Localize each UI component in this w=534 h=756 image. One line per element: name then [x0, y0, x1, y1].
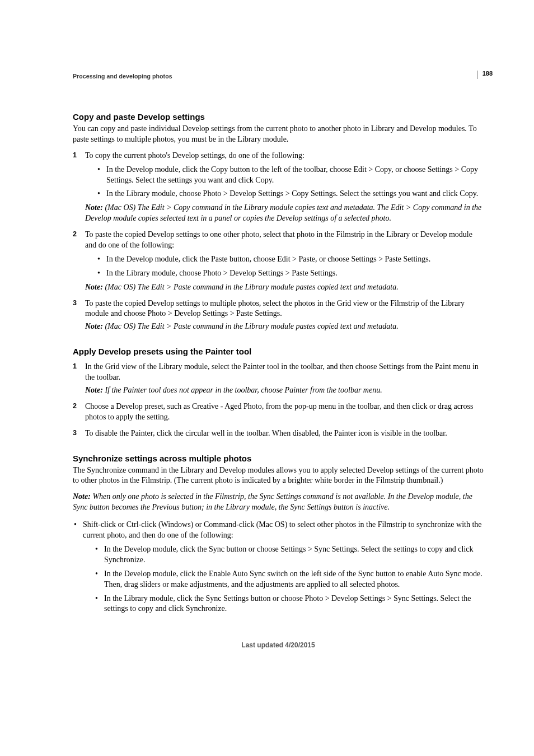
note-block: Note: When only one photo is selected in…	[73, 492, 484, 513]
step-text: To disable the Painter, click the circul…	[85, 429, 447, 437]
section-intro: The Synchronize command in the Library a…	[73, 465, 484, 487]
step-item: Choose a Develop preset, such as Creativ…	[73, 402, 484, 423]
section-heading-copy-paste: Copy and paste Develop settings	[73, 112, 484, 122]
note-label: Note:	[73, 492, 92, 501]
step-item: To paste the copied Develop settings to …	[73, 230, 484, 292]
note-text: (Mac OS) The Edit > Copy command in the …	[85, 203, 481, 222]
note-label: Note:	[85, 322, 105, 330]
section-heading-painter: Apply Develop presets using the Painter …	[73, 347, 484, 356]
bullet-item: In the Library module, choose Photo > De…	[97, 189, 484, 199]
note-block: Note: (Mac OS) The Edit > Copy command i…	[85, 203, 484, 224]
note-label: Note:	[85, 203, 105, 212]
step-text: To copy the current photo's Develop sett…	[85, 151, 305, 160]
step-item: To copy the current photo's Develop sett…	[73, 151, 484, 224]
bullet-item: In the Develop module, click the Sync bu…	[95, 544, 484, 566]
section-intro: You can copy and paste individual Develo…	[73, 124, 484, 145]
step-text: To paste the copied Develop settings to …	[85, 299, 465, 318]
step-text: To paste the copied Develop settings to …	[85, 230, 472, 249]
step-item: In the Grid view of the Library module, …	[73, 362, 484, 396]
footer-last-updated: Last updated 4/20/2015	[73, 641, 484, 649]
page-number: 188	[477, 71, 493, 79]
note-label: Note:	[85, 283, 105, 291]
bullet-item: In the Develop module, click the Copy bu…	[97, 165, 484, 186]
note-block: Note: (Mac OS) The Edit > Paste command …	[85, 282, 484, 293]
bullet-item: In the Library module, click the Sync Se…	[95, 594, 484, 615]
note-label: Note:	[85, 386, 105, 394]
step-text: Choose a Develop preset, such as Creativ…	[85, 402, 473, 421]
step-item: To paste the copied Develop settings to …	[73, 298, 484, 333]
bullet-item: In the Develop module, click the Enable …	[95, 569, 484, 590]
bullet-item: In the Develop module, click the Paste b…	[97, 254, 484, 265]
note-block: Note: (Mac OS) The Edit > Paste command …	[85, 321, 484, 332]
note-text: (Mac OS) The Edit > Paste command in the…	[105, 283, 398, 291]
bullet-text: Shift-click or Ctrl-click (Windows) or C…	[83, 520, 482, 539]
section-heading-synchronize: Synchronize settings across multiple pho…	[73, 454, 484, 463]
bullet-item: Shift-click or Ctrl-click (Windows) or C…	[73, 520, 484, 614]
note-text: (Mac OS) The Edit > Paste command in the…	[105, 322, 398, 330]
running-head: Processing and developing photos	[73, 73, 484, 80]
note-text: If the Painter tool does not appear in t…	[105, 386, 382, 394]
step-item: To disable the Painter, click the circul…	[73, 428, 484, 439]
bullet-item: In the Library module, choose Photo > De…	[97, 268, 484, 279]
step-text: In the Grid view of the Library module, …	[85, 362, 479, 381]
note-block: Note: If the Painter tool does not appea…	[85, 385, 484, 396]
note-text: When only one photo is selected in the F…	[73, 492, 472, 511]
